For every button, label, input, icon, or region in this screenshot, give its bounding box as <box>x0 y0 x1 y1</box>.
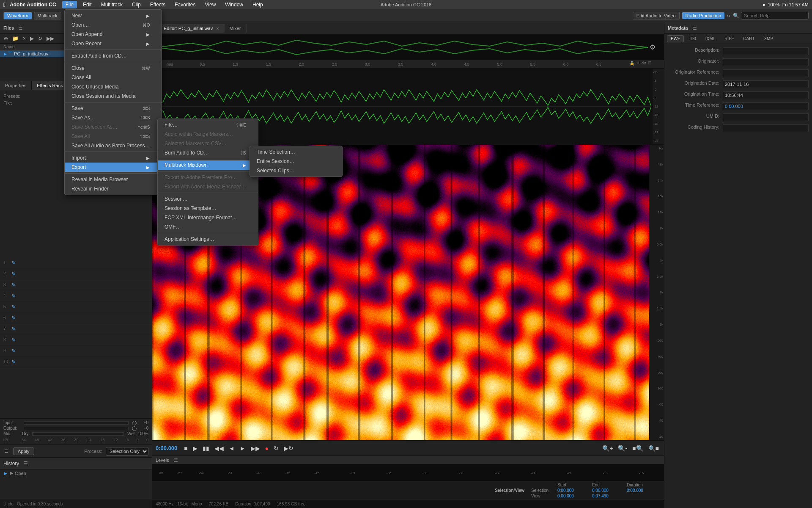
process-select[interactable]: Selection Only Entire File <box>106 447 148 456</box>
menu-multitrack[interactable]: Multitrack <box>98 1 126 8</box>
menu-edit[interactable]: Edit <box>80 1 95 8</box>
apply-btn[interactable]: Apply <box>13 447 34 455</box>
menu-effects[interactable]: Effects <box>147 1 169 8</box>
search-help-input[interactable] <box>741 12 809 19</box>
next-btn[interactable]: ► <box>238 444 247 453</box>
menu-view[interactable]: View <box>202 1 219 8</box>
record-btn[interactable]: ● <box>263 444 270 453</box>
menu-close-unused[interactable]: Close Unused Media <box>65 82 162 91</box>
tab-editor[interactable]: ⎺ Editor: PC_g_initial.wav × <box>154 24 225 33</box>
meta-tab-riff[interactable]: RIFF <box>721 35 738 42</box>
meta-val-6[interactable] <box>723 113 809 121</box>
meta-val-1[interactable] <box>723 58 809 66</box>
play-btn[interactable]: ▶ <box>191 444 199 453</box>
menu-file[interactable]: File <box>62 1 77 8</box>
meta-tab-cart[interactable]: CART <box>739 35 758 42</box>
zoom-out-btn[interactable]: 🔍- <box>616 444 629 453</box>
export-omf[interactable]: OMF… <box>158 222 258 232</box>
pause-btn[interactable]: ▮▮ <box>201 444 211 453</box>
menu-open[interactable]: Open… ⌘O <box>65 20 162 30</box>
prev-btn[interactable]: ◄ <box>227 444 236 453</box>
meta-val-5[interactable]: 0:00.000 <box>723 102 809 110</box>
fx-list-btn[interactable]: ☰ <box>3 448 10 454</box>
export-file[interactable]: File… ⇧⌘E <box>158 120 258 130</box>
files-play-btn[interactable]: ▶ <box>29 35 35 42</box>
export-fcp[interactable]: FCP XML Interchange Format… <box>158 213 258 222</box>
meta-val-2[interactable] <box>723 69 809 77</box>
waveform-overview-canvas[interactable] <box>156 37 648 58</box>
meta-val-7[interactable] <box>723 124 809 132</box>
menu-import[interactable]: Import ▶ <box>65 153 162 163</box>
waveform-btn[interactable]: Waveform <box>3 12 32 19</box>
meta-val-3[interactable]: 2017-11-16 <box>723 80 809 88</box>
zoom-all-btn[interactable]: 🔍■ <box>647 444 661 453</box>
menu-open-recent[interactable]: Open Recent ▶ <box>65 39 162 48</box>
track-row-5[interactable]: 5 ↻ <box>0 301 152 312</box>
skip-back-btn[interactable]: ◀◀ <box>213 444 225 453</box>
file-sep-5 <box>65 173 162 174</box>
files-close-btn[interactable]: × <box>22 35 27 42</box>
menu-window[interactable]: Window <box>222 1 247 8</box>
workspace-arrows[interactable]: ‹› <box>727 13 730 19</box>
meta-tab-bwf[interactable]: BWF <box>667 35 684 42</box>
mixdown-entire-session[interactable]: Entire Session… <box>250 157 342 166</box>
tab-properties[interactable]: Properties <box>0 81 32 90</box>
menu-reveal-finder[interactable]: Reveal in Finder <box>65 184 162 193</box>
export-session-template[interactable]: Session as Template… <box>158 204 258 213</box>
mixdown-selected-clips[interactable]: Selected Clips… <box>250 166 342 175</box>
menu-reveal-browser[interactable]: Reveal in Media Browser <box>65 175 162 184</box>
radio-production-btn[interactable]: Radio Production <box>682 12 724 19</box>
menu-open-append[interactable]: Open Append ▶ <box>65 30 162 39</box>
menu-close[interactable]: Close ⌘W <box>65 64 162 73</box>
skip-fwd-btn[interactable]: ▶▶ <box>249 444 262 453</box>
menu-new[interactable]: New ▶ <box>65 11 162 20</box>
menu-save[interactable]: Save ⌘S <box>65 104 162 113</box>
track-row-1[interactable]: 1 ↻ <box>0 257 152 268</box>
meta-tab-ixml[interactable]: IXML <box>702 35 719 42</box>
meta-val-4[interactable]: 10:56:44 <box>723 91 809 99</box>
menu-clip[interactable]: Clip <box>129 1 144 8</box>
history-item-open[interactable]: ► ▶ Open <box>0 469 152 477</box>
menu-help[interactable]: Help <box>249 1 266 8</box>
files-open-btn[interactable]: 📁 <box>11 35 20 42</box>
zoom-sel-btn[interactable]: ■🔍 <box>631 444 645 453</box>
track-row-7[interactable]: 7 ↻ <box>0 323 152 334</box>
track-row-4[interactable]: 4 ↻ <box>0 290 152 301</box>
export-session[interactable]: Session… <box>158 194 258 204</box>
mix-slider[interactable] <box>32 432 124 436</box>
io-section: Input: ◯ +0 Output: ◯ +0 Mix: Dry Wet: 1… <box>0 418 152 444</box>
multitrack-btn[interactable]: Multitrack <box>34 12 61 19</box>
track-row-10[interactable]: 10 ↻ <box>0 356 152 367</box>
menu-save-batch[interactable]: Save All Audio as Batch Process… <box>65 141 162 150</box>
loop-btn[interactable]: ↻ <box>272 444 280 453</box>
stop-btn[interactable]: ■ <box>182 444 189 453</box>
settings-icon[interactable]: ⚙ <box>650 43 659 51</box>
zoom-in-btn[interactable]: 🔍+ <box>601 444 614 453</box>
loop-out-btn[interactable]: ▶↻ <box>282 444 295 453</box>
track-row-2[interactable]: 2 ↻ <box>0 268 152 279</box>
export-app-settings[interactable]: Application Settings… <box>158 235 258 244</box>
menu-save-as[interactable]: Save As… ⇧⌘S <box>65 113 162 122</box>
track-row-9[interactable]: 9 ↻ <box>0 345 152 356</box>
editor-tab-close[interactable]: × <box>216 26 219 31</box>
edit-audio-video-btn[interactable]: Edit Audio to Video <box>633 12 680 19</box>
tab-effects-rack[interactable]: Effects Rack <box>32 81 69 90</box>
meta-val-0[interactable] <box>723 47 809 55</box>
export-burn-cd[interactable]: Burn Audio to CD… ⇧B <box>158 148 258 157</box>
menu-extract[interactable]: Extract Audio from CD… <box>65 51 162 61</box>
tab-mixer[interactable]: Mixer <box>225 24 247 33</box>
menu-close-session[interactable]: Close Session and its Media <box>65 91 162 101</box>
meta-tab-xmp[interactable]: XMP <box>760 35 777 42</box>
menu-export[interactable]: Export ▶ <box>65 163 162 172</box>
meta-tab-id3[interactable]: ID3 <box>686 35 700 42</box>
track-row-3[interactable]: 3 ↻ <box>0 279 152 290</box>
mixdown-time-sel[interactable]: Time Selection… <box>250 147 342 157</box>
menu-close-all[interactable]: Close All <box>65 73 162 82</box>
files-new-btn[interactable]: ⊕ <box>3 35 9 42</box>
export-mixdown[interactable]: Multitrack Mixdown ▶ <box>158 160 258 170</box>
files-autoplay-btn[interactable]: ▶▶ <box>45 35 55 42</box>
track-row-8[interactable]: 8 ↻ <box>0 334 152 345</box>
files-loop-btn[interactable]: ↻ <box>37 35 44 42</box>
menu-favorites[interactable]: Favorites <box>171 1 199 8</box>
track-row-6[interactable]: 6 ↻ <box>0 312 152 323</box>
